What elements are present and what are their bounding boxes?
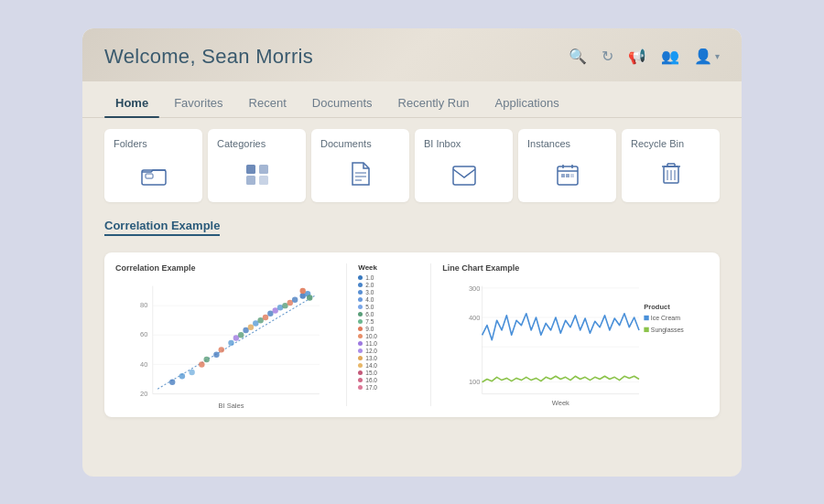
user-menu[interactable]: 👤 ▾: [694, 48, 720, 65]
week-item-6: 6.0: [358, 311, 423, 317]
svg-point-60: [307, 295, 312, 300]
documents-card[interactable]: Documents: [311, 129, 409, 202]
content: Folders Categories: [82, 118, 742, 428]
scatter-svg: 20 40 60 80 BI Sales: [115, 276, 337, 413]
svg-text:BI Sales: BI Sales: [219, 401, 244, 409]
nav-item-recently-run[interactable]: Recently Run: [387, 91, 481, 117]
user-icon: 👤: [694, 48, 712, 65]
svg-text:100: 100: [469, 377, 481, 385]
svg-point-39: [199, 361, 204, 367]
categories-card[interactable]: Categories: [208, 129, 306, 202]
svg-rect-9: [453, 166, 475, 185]
week-item-5: 5.0: [358, 304, 423, 310]
chevron-down-icon: ▾: [715, 51, 720, 61]
svg-point-40: [203, 356, 209, 361]
week-items: 1.0 2.0 3.0 4.0 5.0 6.0 7.5 9.0 10.0 11.…: [358, 274, 423, 391]
svg-point-43: [228, 339, 233, 345]
svg-text:Ice Cream: Ice Cream: [651, 315, 680, 321]
bi-inbox-card[interactable]: BI Inbox: [415, 129, 513, 202]
week-item-11: 12.0: [358, 348, 423, 354]
svg-text:Week: Week: [552, 399, 569, 407]
svg-text:Sunglasses: Sunglasses: [651, 327, 684, 334]
svg-rect-1: [146, 174, 153, 178]
documents-label: Documents: [320, 138, 372, 149]
week-item-13: 14.0: [358, 362, 423, 369]
chart-scatter: Correlation Example 20 40 60 80 BI Sales: [115, 263, 347, 406]
categories-label: Categories: [217, 138, 266, 149]
svg-rect-14: [561, 174, 565, 177]
week-item-3: 3.0: [358, 289, 423, 295]
nav-item-recent[interactable]: Recent: [238, 91, 298, 117]
scatter-title: Correlation Example: [115, 263, 337, 273]
svg-text:400: 400: [469, 314, 481, 322]
svg-rect-72: [645, 315, 649, 319]
svg-point-50: [263, 314, 268, 319]
svg-point-46: [243, 327, 248, 332]
svg-point-52: [272, 307, 277, 313]
folders-label: Folders: [114, 138, 147, 149]
svg-point-36: [169, 379, 175, 384]
svg-point-37: [179, 373, 185, 379]
instances-icon: [557, 164, 579, 191]
svg-rect-4: [246, 176, 255, 185]
charts-container: Correlation Example 20 40 60 80 BI Sales: [104, 252, 720, 417]
group-icon[interactable]: 👥: [661, 48, 679, 65]
nav-item-documents[interactable]: Documents: [301, 91, 384, 117]
bi-inbox-label: BI Inbox: [424, 138, 461, 149]
svg-point-47: [248, 324, 254, 329]
chart-line: Line Chart Example 300 400 100: [442, 263, 709, 406]
refresh-icon[interactable]: ↻: [602, 48, 613, 65]
header: Welcome, Sean Morris 🔍 ↻ 📢 👥 👤 ▾: [82, 28, 742, 81]
svg-rect-16: [570, 174, 574, 177]
svg-point-42: [219, 347, 224, 352]
svg-point-45: [238, 332, 244, 338]
instances-card[interactable]: Instances: [518, 129, 616, 202]
line-chart-title: Line Chart Example: [442, 263, 709, 273]
svg-point-41: [213, 351, 219, 357]
nav-item-home[interactable]: Home: [104, 91, 159, 117]
section-title[interactable]: Correlation Example: [104, 219, 220, 236]
svg-point-56: [292, 296, 298, 302]
folders-icon: [141, 166, 167, 191]
welcome-text: Welcome, Sean Morris: [104, 45, 313, 69]
svg-point-48: [253, 320, 258, 326]
week-item-1: 1.0: [358, 274, 423, 281]
week-item-2: 2.0: [358, 282, 423, 288]
week-item-16: 17.0: [358, 384, 423, 391]
svg-rect-3: [259, 165, 268, 174]
svg-text:Product: Product: [645, 303, 671, 311]
categories-icon: [245, 164, 269, 191]
svg-text:300: 300: [469, 284, 481, 293]
icon-cards-row: Folders Categories: [104, 129, 720, 202]
folders-card[interactable]: Folders: [104, 129, 202, 202]
search-icon[interactable]: 🔍: [569, 48, 587, 65]
svg-rect-74: [645, 327, 649, 331]
svg-rect-5: [259, 176, 268, 185]
nav-item-favorites[interactable]: Favorites: [163, 91, 233, 117]
svg-text:20: 20: [140, 389, 147, 397]
svg-text:60: 60: [140, 330, 147, 338]
line-chart-svg: 300 400 100 Week: [442, 276, 709, 413]
week-item-15: 16.0: [358, 377, 423, 383]
svg-point-59: [299, 287, 305, 293]
week-item-8: 9.0: [358, 326, 423, 332]
recycle-bin-label: Recycle Bin: [631, 138, 684, 149]
header-icons: 🔍 ↻ 📢 👥 👤 ▾: [569, 48, 720, 65]
week-item-12: 13.0: [358, 355, 423, 361]
week-item-9: 10.0: [358, 333, 423, 339]
svg-point-54: [282, 302, 287, 307]
nav-item-applications[interactable]: Applications: [484, 91, 570, 117]
week-label: Week: [358, 263, 423, 272]
svg-point-51: [267, 310, 273, 316]
svg-point-38: [189, 369, 194, 374]
week-item-10: 11.0: [358, 340, 423, 347]
nav-bar: Home Favorites Recent Documents Recently…: [82, 81, 742, 118]
svg-point-49: [257, 317, 263, 323]
instances-label: Instances: [527, 138, 570, 149]
notification-icon[interactable]: 📢: [628, 48, 646, 65]
recycle-bin-card[interactable]: Recycle Bin: [622, 129, 720, 202]
svg-point-44: [233, 335, 239, 340]
main-container: Welcome, Sean Morris 🔍 ↻ 📢 👥 👤 ▾ Home Fa…: [82, 28, 742, 477]
svg-text:40: 40: [140, 359, 147, 368]
svg-rect-15: [566, 174, 569, 177]
